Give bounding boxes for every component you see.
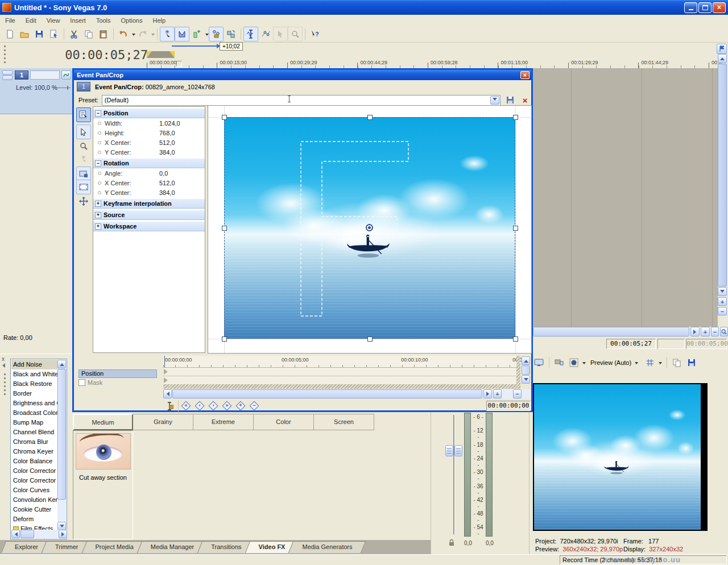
kf-scroll-down-button[interactable] <box>522 375 530 384</box>
preset-header-grainy[interactable]: Grainy <box>133 414 193 430</box>
timeline-ruler[interactable]: +10;02 00:00:00;0000:00:15;0000:00:29;29… <box>147 43 718 68</box>
external-monitor-button[interactable] <box>552 355 566 370</box>
fx-scroll-up-button[interactable] <box>57 360 66 368</box>
fader-lock-icon[interactable] <box>448 539 455 546</box>
mask-checkbox[interactable] <box>78 379 85 386</box>
handle-top-right[interactable] <box>513 115 518 120</box>
fx-scroll-left-button[interactable] <box>11 530 20 538</box>
zoom-out-vertical-button[interactable]: − <box>718 307 727 315</box>
property-value[interactable]: 0,0 <box>159 170 168 177</box>
vertical-scrollbar-thumb[interactable] <box>718 64 727 286</box>
scroll-down-button[interactable] <box>718 287 727 296</box>
output-fx-dropdown-icon[interactable] <box>582 362 586 366</box>
property-group-header[interactable]: −Rotation <box>93 159 205 168</box>
zoom-tool-button[interactable] <box>720 327 728 336</box>
pane-autohide-icon[interactable] <box>2 363 5 368</box>
property-group-header[interactable]: +Keyframe interpolation <box>93 199 205 209</box>
tab-transitions[interactable]: Transitions <box>200 541 253 553</box>
preset-header-medium[interactable]: Medium <box>73 414 133 430</box>
expand-collapse-icon[interactable]: − <box>95 110 101 117</box>
last-keyframe-button[interactable]: » <box>222 401 232 411</box>
rotation-center-point[interactable] <box>366 224 373 231</box>
tab-media-generators[interactable]: Media Generators <box>291 541 363 553</box>
copy-button[interactable] <box>81 27 96 41</box>
property-group-header[interactable]: −Position <box>93 109 205 118</box>
show-properties-button[interactable] <box>76 107 91 122</box>
fx-list-item[interactable]: Add Noise <box>11 360 58 369</box>
expand-collapse-icon[interactable]: − <box>95 160 101 167</box>
handle-bottom-center[interactable] <box>367 336 373 342</box>
save-button[interactable] <box>32 27 47 41</box>
property-value[interactable]: 384,0 <box>159 149 175 156</box>
properties-button[interactable] <box>47 27 61 41</box>
pane-close-icon[interactable]: x <box>2 356 5 362</box>
pan-crop-workspace[interactable] <box>208 105 532 354</box>
first-keyframe-button[interactable]: « <box>181 401 191 411</box>
tab-project-media[interactable]: Project Media <box>84 541 145 553</box>
expand-collapse-icon[interactable]: + <box>95 201 101 207</box>
loop-region-bar[interactable] <box>147 51 175 58</box>
preset-combobox[interactable]: (Default) <box>102 95 500 106</box>
property-value[interactable]: 768,0 <box>159 130 175 136</box>
menu-options[interactable]: Options <box>116 16 148 25</box>
keyframe-row-mask[interactable]: Mask <box>78 379 157 387</box>
fx-list-item[interactable]: Color Corrector <box>11 466 58 476</box>
mask-keyframe-track[interactable] <box>163 376 516 385</box>
fx-list-item[interactable]: Black and White <box>11 369 58 379</box>
master-fader-handle-right[interactable] <box>454 445 462 456</box>
dialog-close-button[interactable]: × <box>520 71 530 79</box>
fx-plugin-list[interactable]: Add NoiseBlack and WhiteBlack RestoreBor… <box>10 359 67 539</box>
restore-button[interactable] <box>698 2 712 13</box>
property-group-header[interactable]: +Source <box>93 210 205 220</box>
master-fader-handle-left[interactable] <box>445 445 453 456</box>
normal-edit-tool-button[interactable] <box>243 27 258 41</box>
paste-button[interactable] <box>96 27 111 41</box>
track-restore-button[interactable] <box>2 76 13 80</box>
handle-top-left[interactable] <box>222 115 227 120</box>
lock-envelopes-button[interactable] <box>209 27 224 41</box>
property-group-header[interactable]: +Workspace <box>93 222 205 231</box>
redo-dropdown-icon[interactable] <box>151 34 155 38</box>
fx-list-item[interactable]: Chroma Blur <box>11 437 58 447</box>
keyframe-row-position[interactable]: Position <box>78 369 157 378</box>
menu-file[interactable]: File <box>0 16 20 25</box>
overlay-grid-button[interactable] <box>643 355 657 370</box>
fx-list-vscrollbar[interactable] <box>57 360 66 530</box>
marker-tool-button[interactable] <box>717 44 727 54</box>
preset-header-extreme[interactable]: Extreme <box>193 414 254 430</box>
preset-header-screen[interactable]: Screen <box>314 414 374 430</box>
enable-snapping-button[interactable] <box>160 27 175 41</box>
new-project-button[interactable] <box>2 27 17 41</box>
fx-list-item[interactable]: Brightness and Contrast <box>11 398 58 408</box>
pane-grip[interactable] <box>4 373 6 396</box>
move-freely-button[interactable] <box>76 194 91 209</box>
next-keyframe-button[interactable]: › <box>208 401 218 411</box>
horizontal-scrollbar[interactable]: + − <box>533 327 728 336</box>
fx-list-item[interactable]: Deform <box>11 514 58 524</box>
handle-middle-left[interactable] <box>222 226 227 231</box>
track-fx-button[interactable] <box>61 70 71 80</box>
fx-list-item[interactable]: Cookie Cutter <box>11 505 58 514</box>
fx-list-item[interactable]: Channel Blend <box>11 427 58 437</box>
property-value[interactable]: 1.024,0 <box>159 120 180 127</box>
track-number-badge[interactable]: 1 <box>15 70 28 80</box>
menu-tools[interactable]: Tools <box>91 16 116 25</box>
kf-hscrollbar[interactable]: + − <box>163 389 531 398</box>
menu-view[interactable]: View <box>42 16 65 25</box>
fx-list-item[interactable]: Convolution Kernel <box>11 495 58 505</box>
dialog-title-bar[interactable]: Event Pan/Crop × <box>74 70 531 80</box>
position-keyframe-track[interactable] <box>163 368 516 376</box>
expand-collapse-icon[interactable]: + <box>95 223 101 230</box>
save-preset-button[interactable] <box>504 94 516 106</box>
kf-scroll-left-button[interactable] <box>163 389 172 398</box>
fx-list-hscrollbar[interactable] <box>11 530 67 538</box>
track-level-slider[interactable] <box>55 88 71 88</box>
handle-bottom-left[interactable] <box>222 336 227 342</box>
kf-hscroll-thumb[interactable] <box>172 389 482 398</box>
horizontal-scrollbar-thumb[interactable] <box>533 327 689 336</box>
track-name-field[interactable] <box>30 70 60 80</box>
menu-help[interactable]: Help <box>147 16 171 25</box>
keyframe-ruler[interactable]: 00:00:00;0000:00:05;0000:00:10;0000:0 <box>163 356 520 368</box>
kf-scroll-right-button[interactable] <box>483 389 492 398</box>
kf-zoom-out-button[interactable]: − <box>513 389 522 398</box>
